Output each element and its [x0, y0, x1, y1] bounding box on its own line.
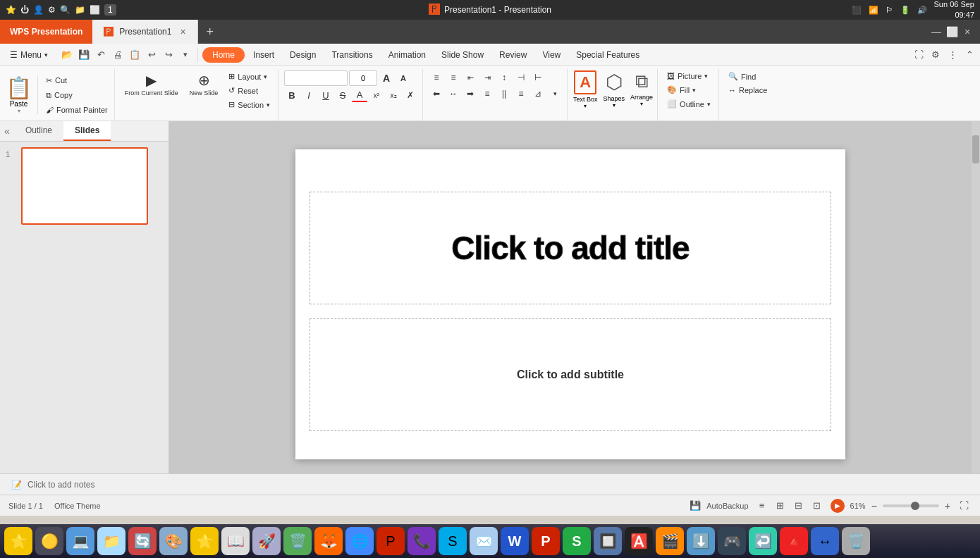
- slide-canvas[interactable]: Click to add title Click to add subtitle: [295, 149, 845, 459]
- right-scrollbar[interactable]: [972, 121, 980, 473]
- search-icon[interactable]: 🔍: [60, 5, 71, 15]
- indent-right-button[interactable]: ⇥: [479, 70, 495, 85]
- taskbar-circles-icon[interactable]: 🟡: [35, 527, 63, 555]
- menu-transitions[interactable]: Transitions: [324, 47, 379, 63]
- menu-animation[interactable]: Animation: [381, 47, 433, 63]
- settings-icon[interactable]: ⚙: [928, 47, 943, 63]
- taskbar-firefox-icon[interactable]: 🦊: [314, 527, 343, 555]
- new-slide-button[interactable]: ⊕ New Slide: [185, 70, 223, 99]
- paste-dropdown-icon[interactable]: ▾: [18, 108, 20, 114]
- align-left-button[interactable]: ⬅: [429, 87, 444, 101]
- bold-button[interactable]: B: [284, 88, 300, 102]
- power-icon[interactable]: ⏻: [20, 5, 29, 15]
- close-tab-button[interactable]: ×: [180, 26, 185, 37]
- fill-button[interactable]: 🎨 Fill ▾: [663, 84, 714, 96]
- menu-button[interactable]: ☰ Menu ▾: [3, 47, 55, 63]
- folder-icon[interactable]: 📁: [75, 5, 85, 15]
- save-icon[interactable]: 💾: [76, 47, 92, 63]
- open-icon[interactable]: 📂: [59, 47, 75, 63]
- font-grow-button[interactable]: A: [379, 71, 394, 85]
- underline-button[interactable]: U: [318, 88, 333, 102]
- wps-presentation-tab[interactable]: WPS Presentation: [0, 20, 92, 44]
- picture-button[interactable]: 🖼 Picture ▾: [663, 70, 714, 82]
- redo-icon[interactable]: ↪: [161, 47, 176, 63]
- menu-design[interactable]: Design: [283, 47, 323, 63]
- undo-back-icon[interactable]: ↶: [93, 47, 109, 63]
- minimize-button[interactable]: —: [929, 25, 943, 39]
- italic-button[interactable]: I: [301, 88, 317, 102]
- col-after-button[interactable]: ⊢: [530, 70, 546, 85]
- flag-icon[interactable]: 🏳: [886, 6, 893, 14]
- textbox-chevron[interactable]: ▾: [584, 103, 587, 109]
- taskbar-viber-icon[interactable]: 📞: [408, 527, 436, 555]
- menu-special-features[interactable]: Special Features: [569, 47, 647, 63]
- taskbar-notes-icon[interactable]: ⭐: [190, 527, 219, 555]
- numbers-button[interactable]: ≡: [446, 70, 461, 85]
- indent-left-button[interactable]: ⇤: [463, 70, 478, 85]
- arrange-button[interactable]: ⧉ Arrange ▾: [630, 70, 653, 107]
- maximize-button[interactable]: ⬜: [945, 25, 959, 39]
- taskbar-wps-pro-icon[interactable]: P: [376, 527, 405, 555]
- arrange-chevron[interactable]: ▾: [640, 101, 643, 107]
- menu-insert[interactable]: Insert: [246, 47, 281, 63]
- align-center-button[interactable]: ↔: [446, 87, 461, 101]
- shapes-chevron[interactable]: ▾: [613, 102, 615, 108]
- doc-tab[interactable]: 🅿 Presentation1 ×: [92, 20, 197, 44]
- taskbar-anydesk-icon[interactable]: 🔺: [780, 527, 808, 555]
- taskbar-trash-icon[interactable]: 🗑️: [283, 527, 312, 555]
- scroll-thumb[interactable]: [972, 135, 979, 163]
- taskbar-skype-icon[interactable]: S: [439, 527, 467, 555]
- more-para-button[interactable]: ▾: [547, 87, 563, 101]
- battery-icon[interactable]: 🔋: [900, 6, 910, 15]
- superscript-button[interactable]: x²: [369, 88, 384, 102]
- autosave-label[interactable]: AutoBackup: [706, 502, 748, 510]
- find-button[interactable]: 🔍 Find: [725, 70, 771, 82]
- outline-tab[interactable]: Outline: [14, 121, 63, 141]
- zoom-plus-button[interactable]: +: [945, 500, 950, 512]
- close-button[interactable]: ×: [960, 25, 974, 39]
- notes-bar[interactable]: 📝 Click to add notes: [0, 473, 980, 495]
- star-icon[interactable]: ⭐: [6, 5, 16, 15]
- slide-thumbnail[interactable]: [21, 147, 148, 225]
- more-icon[interactable]: ▾: [178, 47, 193, 63]
- copy-button[interactable]: ⧉ Copy: [42, 89, 111, 101]
- slides-tab[interactable]: Slides: [63, 121, 111, 141]
- screen-icon[interactable]: 📋: [127, 47, 142, 63]
- justify-button[interactable]: ≡: [479, 87, 495, 101]
- col-spacing-button[interactable]: ||: [496, 87, 512, 101]
- taskbar-word-icon[interactable]: W: [501, 527, 529, 555]
- reset-button[interactable]: ↺ Reset: [225, 85, 274, 97]
- bullets-button[interactable]: ≡: [429, 70, 444, 85]
- taskbar-recycle-icon[interactable]: 🗑️: [842, 527, 870, 555]
- user-icon[interactable]: 👤: [33, 5, 44, 15]
- align-right-button[interactable]: ➡: [463, 87, 478, 101]
- font-size-input[interactable]: [349, 70, 377, 86]
- taskbar-settings-icon[interactable]: 🔄: [128, 527, 157, 555]
- taskbar-star-icon[interactable]: ⭐: [4, 527, 32, 555]
- taskbar-rocket-icon[interactable]: 🚀: [252, 527, 281, 555]
- layout-button[interactable]: ⊞ Layout ▾: [225, 70, 274, 82]
- window-icon[interactable]: ⬜: [90, 5, 100, 15]
- taskbar-arrow-icon[interactable]: ↩️: [749, 527, 777, 555]
- section-button[interactable]: ⊟ Section ▾: [225, 99, 274, 111]
- taskbar-amazon-icon[interactable]: 🅰️: [625, 527, 653, 555]
- panel-collapse-button[interactable]: «: [0, 121, 14, 141]
- subtitle-placeholder[interactable]: Click to add subtitle: [310, 318, 831, 431]
- font-color-button[interactable]: A: [352, 88, 367, 102]
- taskbar-qbit-icon[interactable]: ⬇️: [687, 527, 715, 555]
- taskbar-chrome-icon[interactable]: 🌐: [345, 527, 374, 555]
- textbox-button[interactable]: A Text Box ▾: [573, 70, 598, 109]
- line-spacing-button[interactable]: ↕: [496, 70, 512, 85]
- taskbar-files-icon[interactable]: 📁: [97, 527, 125, 555]
- from-current-slide-button[interactable]: ▶ From Current Slide: [121, 70, 183, 99]
- col-before-button[interactable]: ⊣: [513, 70, 529, 85]
- outline-button[interactable]: ⬜ Outline ▾: [663, 98, 714, 110]
- font-family-input[interactable]: [284, 70, 348, 86]
- view-list-button[interactable]: ≡: [754, 498, 770, 514]
- paste-button[interactable]: 📋 Paste ▾: [6, 75, 38, 114]
- workspace-number[interactable]: 1: [104, 4, 116, 16]
- menu-review[interactable]: Review: [492, 47, 534, 63]
- taskbar-finder-icon[interactable]: 💻: [66, 527, 94, 555]
- taskbar-book-icon[interactable]: 📖: [221, 527, 250, 555]
- play-button[interactable]: ▶: [831, 499, 845, 513]
